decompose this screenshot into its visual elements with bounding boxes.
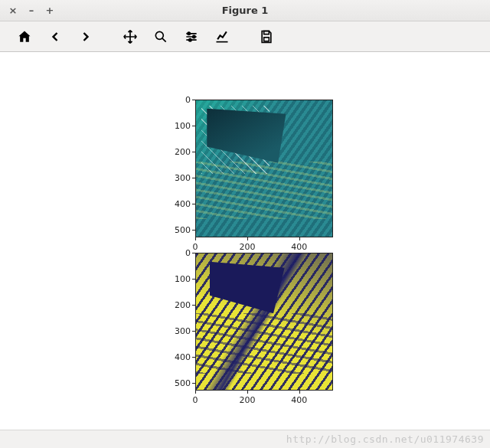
pan-button[interactable] <box>116 25 144 49</box>
chart-line-icon <box>214 29 230 44</box>
x-tick-label: 0 <box>193 395 198 405</box>
x-tick-label: 200 <box>239 395 255 405</box>
arrow-right-icon <box>78 29 93 44</box>
subplot-2: 01002003004005000200400 <box>153 253 433 406</box>
image-bottom <box>195 253 333 391</box>
svg-rect-5 <box>264 37 270 41</box>
arrow-left-icon <box>47 29 63 44</box>
y-tick-label: 100 <box>160 121 191 131</box>
plot-area: 01002003004005000200400 0100200300400500… <box>153 100 433 406</box>
save-icon <box>259 29 274 44</box>
zoom-button[interactable] <box>147 25 175 49</box>
svg-rect-4 <box>264 31 270 34</box>
x-tick-label: 0 <box>193 242 198 252</box>
matplotlib-toolbar <box>0 21 490 52</box>
x-tick-label: 200 <box>239 242 255 252</box>
y-tick-label: 400 <box>160 352 191 362</box>
svg-point-3 <box>189 38 191 41</box>
y-tick-label: 200 <box>160 300 191 310</box>
y-tick-label: 0 <box>160 95 191 105</box>
x-tick-label: 400 <box>291 395 307 405</box>
edit-axis-button[interactable] <box>208 25 236 49</box>
y-tick-label: 500 <box>160 225 191 235</box>
y-tick-label: 200 <box>160 147 191 157</box>
y-tick-label: 500 <box>160 378 191 388</box>
svg-point-1 <box>188 32 190 34</box>
forward-button[interactable] <box>72 25 100 49</box>
configure-subplots-button[interactable] <box>178 25 205 49</box>
window-title: Figure 1 <box>0 5 490 16</box>
y-tick-label: 0 <box>160 248 191 258</box>
svg-point-0 <box>155 31 163 39</box>
subplot-1: 01002003004005000200400 <box>153 100 433 253</box>
window-maximize-button[interactable]: + <box>44 5 55 16</box>
window-controls: × – + <box>0 5 55 16</box>
x-tick-label: 400 <box>291 242 307 252</box>
window-close-button[interactable]: × <box>8 5 18 16</box>
image-top <box>195 100 333 237</box>
svg-point-2 <box>193 35 195 38</box>
window-titlebar: × – + Figure 1 <box>0 0 490 21</box>
search-icon <box>153 29 168 44</box>
sliders-icon <box>184 29 199 44</box>
y-tick-label: 100 <box>160 274 191 284</box>
y-tick-label: 400 <box>160 199 191 209</box>
save-button[interactable] <box>253 25 280 49</box>
home-icon <box>17 29 32 44</box>
figure-canvas[interactable]: 01002003004005000200400 0100200300400500… <box>0 52 490 430</box>
watermark-text: http://blog.csdn.net/u011974639 <box>286 433 484 445</box>
window-minimize-button[interactable]: – <box>26 5 37 16</box>
home-button[interactable] <box>11 25 38 49</box>
y-tick-label: 300 <box>160 326 191 336</box>
back-button[interactable] <box>41 25 69 49</box>
y-tick-label: 300 <box>160 173 191 183</box>
move-icon <box>122 29 138 44</box>
